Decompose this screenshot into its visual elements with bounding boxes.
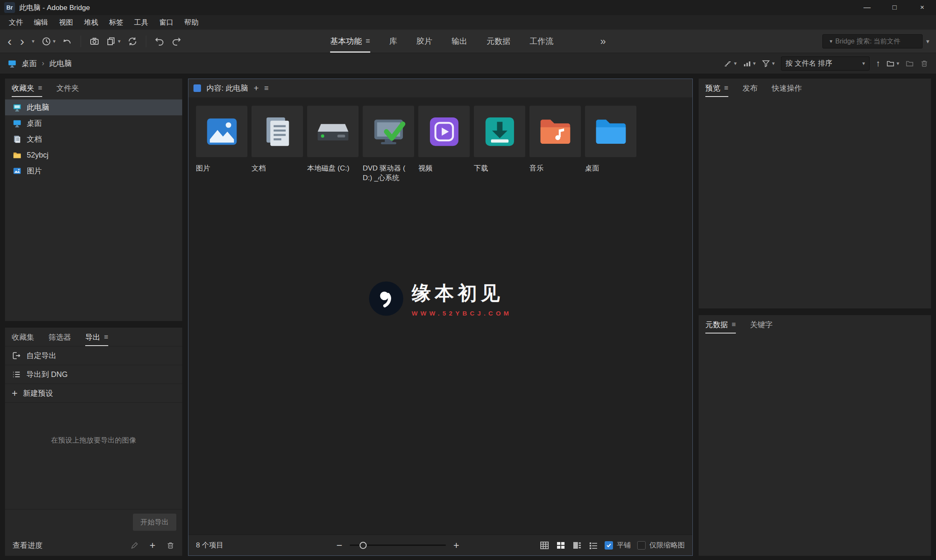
undo-button[interactable] [155, 36, 165, 46]
favorite-item-desktop[interactable]: 桌面 [5, 115, 182, 131]
music-folder-icon [538, 114, 573, 149]
recent-files-button[interactable]: ▾ [41, 36, 56, 46]
export-item-new-preset[interactable]: + 新建预设 [5, 384, 182, 403]
boomerang-return-button[interactable] [62, 36, 72, 46]
content-item-desktop[interactable]: 桌面 [585, 106, 641, 183]
recent-folders-button[interactable]: ▾ [886, 59, 899, 68]
camera-import-button[interactable] [89, 36, 99, 46]
workspace-options-icon[interactable]: ≡ [366, 37, 370, 46]
content-item-label: 下载 [474, 164, 529, 173]
watermark: 缘本初见 WWW.52YBCJ.COM [369, 280, 512, 317]
crumb-this-pc[interactable]: 此电脑 [49, 59, 72, 69]
menu-item-help[interactable]: 帮助 [179, 15, 204, 29]
favorite-item-this-pc[interactable]: 此电脑 [5, 99, 182, 115]
menu-item-label[interactable]: 标签 [104, 15, 129, 29]
content-item-local-disk[interactable]: 本地磁盘 (C:) [307, 106, 363, 183]
zoom-in-button[interactable]: + [453, 540, 459, 550]
export-drop-zone[interactable]: 在预设上拖放要导出的图像 [5, 403, 182, 509]
favorites-list: 此电脑 桌面 文档 52ybcj [5, 97, 182, 179]
content-item-pictures[interactable]: 图片 [196, 106, 252, 183]
favorite-item-pictures[interactable]: 图片 [5, 163, 182, 179]
panel-menu-icon[interactable]: ≡ [104, 333, 108, 341]
close-button[interactable]: × [908, 0, 936, 15]
tab-metadata-panel[interactable]: 元数据 ≡ [705, 315, 736, 333]
back-button[interactable]: ‹ [7, 35, 13, 48]
export-item-dng[interactable]: 导出到 DNG [5, 365, 182, 384]
tab-favorites[interactable]: 收藏夹 ≡ [12, 79, 42, 97]
edit-pencil-button[interactable] [130, 541, 139, 550]
new-folder-button[interactable] [905, 59, 914, 68]
add-content-tab-button[interactable]: + [254, 83, 259, 93]
checkbox-tiled[interactable]: 平铺 [605, 540, 631, 550]
duplicate-pages-button[interactable]: ▾ [106, 36, 121, 46]
panel-menu-icon[interactable]: ≡ [38, 84, 42, 92]
tab-output[interactable]: 输出 [452, 30, 468, 53]
search-scope-dropdown-icon[interactable]: ▾ [829, 38, 832, 44]
menu-item-edit[interactable]: 编辑 [28, 15, 53, 29]
zoom-slider[interactable] [350, 545, 446, 546]
start-export-button[interactable]: 开始导出 [133, 514, 176, 531]
sort-ascending-button[interactable]: ↑ [876, 59, 880, 69]
chevron-down-icon: ▾ [896, 60, 899, 66]
redo-button[interactable] [171, 36, 181, 46]
zoom-out-button[interactable]: − [336, 540, 342, 550]
tab-preview[interactable]: 预览 ≡ [705, 79, 728, 97]
content-item-dvd-drive[interactable]: DVD 驱动器 ( D:) _心系统 [363, 106, 418, 183]
tab-collections[interactable]: 收藏集 [12, 328, 34, 346]
minimize-button[interactable]: — [853, 0, 881, 15]
checkbox-label: 平铺 [617, 540, 631, 550]
favorite-item-52ybcj[interactable]: 52ybcj [5, 147, 182, 163]
content-item-documents[interactable]: 文档 [252, 106, 307, 183]
zoom-slider-knob[interactable] [360, 542, 367, 549]
thumbnail [307, 106, 359, 157]
maximize-button[interactable]: □ [881, 0, 908, 15]
content-menu-button[interactable]: ≡ [264, 84, 269, 93]
panel-menu-icon[interactable]: ≡ [724, 84, 728, 92]
sort-select[interactable]: 按 文件名 排序 ▾ [781, 56, 870, 71]
view-list-button[interactable] [588, 540, 598, 550]
menu-item-file[interactable]: 文件 [3, 15, 28, 29]
crumb-desktop[interactable]: 桌面 [22, 59, 37, 69]
refresh-button[interactable] [127, 36, 137, 46]
center-column: 内容: 此电脑 + ≡ 图片 [188, 79, 693, 556]
view-progress-label[interactable]: 查看进度 [13, 540, 43, 550]
menu-item-stacks[interactable]: 堆栈 [79, 15, 104, 29]
delete-preset-button[interactable] [166, 541, 175, 550]
label-filter-button[interactable]: ▾ [743, 59, 756, 68]
content-item-downloads[interactable]: 下载 [474, 106, 529, 183]
rating-filter-button[interactable]: ▾ [724, 59, 737, 68]
favorite-item-documents[interactable]: 文档 [5, 131, 182, 147]
delete-item-button[interactable] [920, 59, 928, 68]
tab-metadata-workspace[interactable]: 元数据 [487, 30, 511, 53]
content-item-videos[interactable]: 视频 [418, 106, 474, 183]
menu-item-tools[interactable]: 工具 [129, 15, 154, 29]
view-table-button[interactable] [539, 540, 549, 550]
workspace-overflow-button[interactable]: » [600, 36, 606, 47]
tab-essentials[interactable]: 基本功能 ≡ [330, 30, 370, 53]
tab-publish[interactable]: 发布 [743, 79, 758, 97]
content-item-music[interactable]: 音乐 [529, 106, 585, 183]
tab-quick-actions[interactable]: 快速操作 [772, 79, 802, 97]
export-item-custom[interactable]: 自定导出 [5, 346, 182, 365]
add-preset-button[interactable]: + [150, 540, 155, 550]
checkbox-checked-icon [605, 541, 613, 550]
search-input[interactable] [835, 38, 922, 45]
menu-item-view[interactable]: 视图 [53, 15, 79, 29]
view-details-button[interactable] [572, 540, 582, 550]
search-menu-button[interactable]: ▾ [926, 38, 929, 45]
tab-keywords[interactable]: 关键字 [750, 315, 773, 333]
tab-filmstrip[interactable]: 胶片 [417, 30, 432, 53]
filter-menu-button[interactable]: ▾ [762, 59, 775, 68]
view-grid-button[interactable] [556, 540, 566, 550]
panel-menu-icon[interactable]: ≡ [732, 321, 736, 329]
checkbox-thumbnails-only[interactable]: 仅限缩略图 [637, 540, 685, 550]
tab-folders[interactable]: 文件夹 [56, 79, 79, 97]
tab-export[interactable]: 导出 ≡ [85, 328, 108, 346]
menu-item-window[interactable]: 窗口 [154, 15, 179, 29]
search-box[interactable]: ▾ [822, 34, 923, 48]
forward-button[interactable]: › [19, 35, 25, 48]
tab-workflow[interactable]: 工作流 [530, 30, 554, 53]
tab-libraries[interactable]: 库 [389, 30, 397, 53]
tab-filter[interactable]: 筛选器 [48, 328, 71, 346]
nav-dropdown-button[interactable]: ▾ [32, 38, 35, 44]
